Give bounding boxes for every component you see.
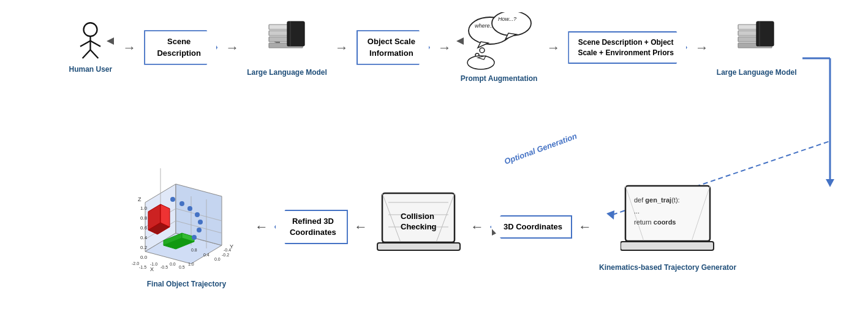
llm2-item: Large Language Model	[717, 18, 797, 77]
refined-3d-item: Refined 3D Coordinates	[274, 210, 348, 244]
coords-3d-box: 3D Coordinates	[490, 215, 572, 239]
llm2-label: Large Language Model	[717, 68, 797, 77]
coords-3d-item: 3D Coordinates	[490, 215, 572, 239]
refined-3d-line2: Coordinates	[290, 228, 336, 237]
svg-text:1.0: 1.0	[188, 262, 194, 266]
top-row: Human User → Scene Description →	[0, 12, 868, 83]
svg-text:Checking: Checking	[401, 222, 437, 231]
svg-text:0.0: 0.0	[170, 262, 176, 266]
svg-rect-103	[621, 242, 714, 250]
svg-text:0.4: 0.4	[140, 235, 148, 240]
svg-text:0.8: 0.8	[140, 215, 148, 221]
refined-3d-box: Refined 3D Coordinates	[274, 210, 348, 244]
svg-text:-0.2: -0.2	[222, 253, 229, 257]
svg-text:-1.0: -1.0	[150, 262, 157, 266]
arrow-b4: ←	[576, 219, 594, 235]
svg-text:0.8: 0.8	[191, 248, 197, 252]
svg-text:-2.0: -2.0	[132, 261, 139, 266]
kinematics-item: def gen_traj(t): ... return coords Kinem…	[599, 183, 736, 272]
svg-rect-93	[377, 243, 460, 250]
scene-obj-env-item: Scene Description + Object Scale + Envir…	[568, 31, 687, 64]
svg-line-16	[80, 41, 91, 47]
llm1-item: Large Language Model	[247, 18, 327, 77]
svg-line-19	[91, 50, 99, 58]
svg-point-63	[197, 228, 202, 232]
svg-text:return coords: return coords	[634, 218, 676, 226]
scene-desc-line2: Description	[157, 48, 201, 58]
svg-text:0.0: 0.0	[140, 255, 148, 260]
svg-point-58	[170, 197, 175, 202]
svg-point-64	[192, 235, 197, 240]
scene-obj-env-line1: Scene Description + Object	[578, 38, 674, 47]
arrow-4: →	[432, 39, 457, 57]
final-traj-label: Final Object Trajectory	[147, 280, 226, 288]
arrow-b2: ←	[352, 219, 370, 235]
svg-text:def gen_traj(t):: def gen_traj(t):	[634, 196, 680, 204]
svg-text:-1.5: -1.5	[139, 265, 146, 269]
svg-text:Collision: Collision	[401, 212, 434, 221]
arrow-1: →	[117, 39, 142, 57]
object-scale-line2: Information	[369, 48, 413, 58]
svg-text:-0.5: -0.5	[160, 265, 168, 269]
human-user-item: Human User	[69, 21, 112, 74]
arrow-b3: ←	[468, 219, 486, 235]
prompt-aug-label: Prompt Augmentation	[461, 74, 538, 83]
collision-item: Collision Checking	[376, 190, 462, 264]
books-stack-1-icon	[266, 18, 309, 64]
speech-bubbles-icon: where...? How...?	[462, 12, 536, 71]
kinematics-laptop-icon: def gen_traj(t): ... return coords	[621, 183, 715, 259]
arrow-3: →	[330, 39, 354, 57]
human-user-label: Human User	[69, 65, 112, 74]
svg-text:X: X	[150, 266, 154, 272]
scene-desc-line1: Scene	[167, 37, 191, 46]
svg-text:0.0: 0.0	[214, 257, 221, 261]
diagram-container: Human User → Scene Description →	[0, 0, 868, 330]
svg-line-18	[83, 50, 91, 58]
optional-gen-label: Optional Generation	[503, 131, 578, 166]
collision-laptop-icon: Collision Checking	[376, 190, 462, 264]
svg-point-61	[195, 212, 200, 217]
llm1-label: Large Language Model	[247, 68, 327, 77]
object-scale-line1: Object Scale	[368, 37, 415, 46]
arrow-5: →	[541, 39, 565, 57]
svg-text:0.5: 0.5	[179, 265, 185, 269]
scene-desc-box: Scene Description	[144, 30, 217, 64]
object-scale-box: Object Scale Information	[357, 30, 430, 64]
svg-text:How...?: How...?	[498, 16, 516, 22]
refined-3d-line1: Refined 3D	[292, 217, 334, 226]
svg-text:1.0: 1.0	[140, 205, 148, 211]
svg-line-17	[91, 41, 101, 47]
arrow-2: →	[220, 39, 244, 57]
svg-text:...: ...	[634, 207, 640, 215]
arrow-6: →	[690, 39, 714, 57]
svg-point-62	[198, 220, 203, 224]
svg-text:Z: Z	[138, 196, 142, 202]
svg-text:-0.4: -0.4	[224, 248, 231, 252]
scene-obj-env-line2: Scale + Environment Priors	[578, 48, 673, 57]
human-figure-icon	[74, 21, 107, 61]
svg-text:0.4: 0.4	[203, 253, 209, 257]
object-scale-item: Object Scale Information	[357, 30, 430, 64]
arrow-b1: ←	[252, 219, 271, 235]
books-stack-2-icon	[735, 18, 778, 64]
svg-point-14	[84, 23, 97, 36]
3d-chart-icon: Z 1.0 0.8 0.6 0.4 0.2 0.0 X Y -2.0 -1.5 …	[127, 166, 246, 276]
bottom-row: Z 1.0 0.8 0.6 0.4 0.2 0.0 X Y -2.0 -1.5 …	[0, 166, 868, 288]
kinematics-label: Kinematics-based Trajectory Generator	[599, 263, 736, 272]
svg-point-60	[187, 206, 192, 211]
svg-point-59	[179, 201, 184, 206]
svg-text:0.6: 0.6	[140, 225, 148, 231]
prompt-aug-item: where...? How...? Prompt Augmentation	[461, 12, 538, 83]
coords-3d-text: 3D Coordinates	[504, 222, 562, 231]
svg-marker-54	[160, 204, 170, 227]
final-traj-item: Z 1.0 0.8 0.6 0.4 0.2 0.0 X Y -2.0 -1.5 …	[127, 166, 246, 288]
scene-obj-env-box: Scene Description + Object Scale + Envir…	[568, 31, 687, 64]
svg-rect-24	[287, 21, 304, 46]
svg-point-32	[480, 48, 485, 53]
svg-rect-40	[757, 21, 774, 46]
scene-desc-item: Scene Description	[144, 30, 217, 64]
svg-text:0.2: 0.2	[140, 245, 148, 250]
